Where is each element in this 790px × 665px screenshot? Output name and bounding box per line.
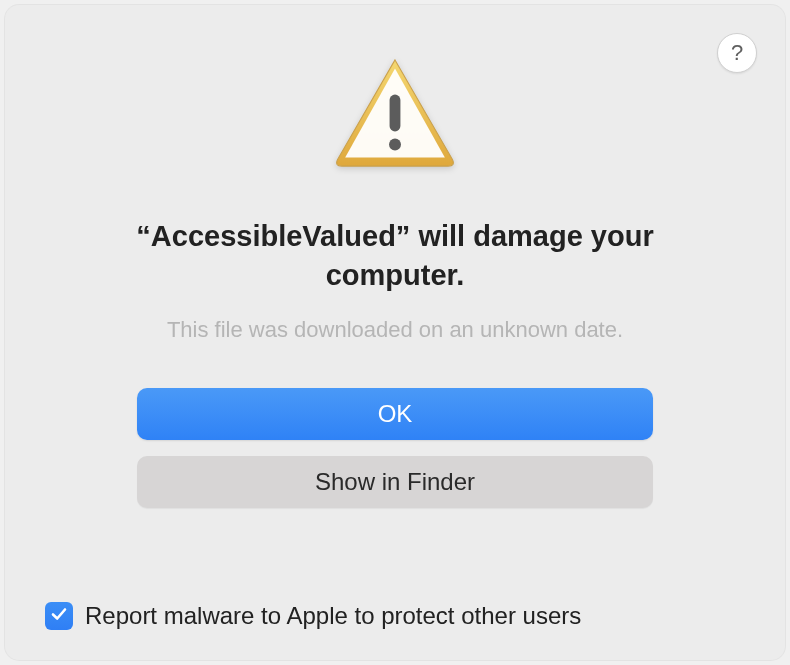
dialog-title: “AccessibleValued” will damage your comp… (45, 217, 745, 295)
svg-rect-0 (390, 95, 401, 132)
checkmark-icon (49, 604, 69, 628)
dialog-subtitle: This file was downloaded on an unknown d… (45, 317, 745, 343)
help-icon: ? (731, 40, 743, 66)
ok-button[interactable]: OK (137, 388, 653, 440)
report-malware-checkbox[interactable] (45, 602, 73, 630)
dialog-buttons: OK Show in Finder (45, 388, 745, 508)
svg-point-1 (389, 138, 401, 150)
report-malware-label[interactable]: Report malware to Apple to protect other… (85, 602, 581, 630)
help-button[interactable]: ? (717, 33, 757, 73)
report-malware-row: Report malware to Apple to protect other… (45, 602, 745, 630)
warning-icon (330, 53, 460, 177)
alert-dialog: ? “AccessibleValued” will damage your co… (5, 5, 785, 660)
dialog-icon-container (45, 53, 745, 177)
show-in-finder-button[interactable]: Show in Finder (137, 456, 653, 508)
